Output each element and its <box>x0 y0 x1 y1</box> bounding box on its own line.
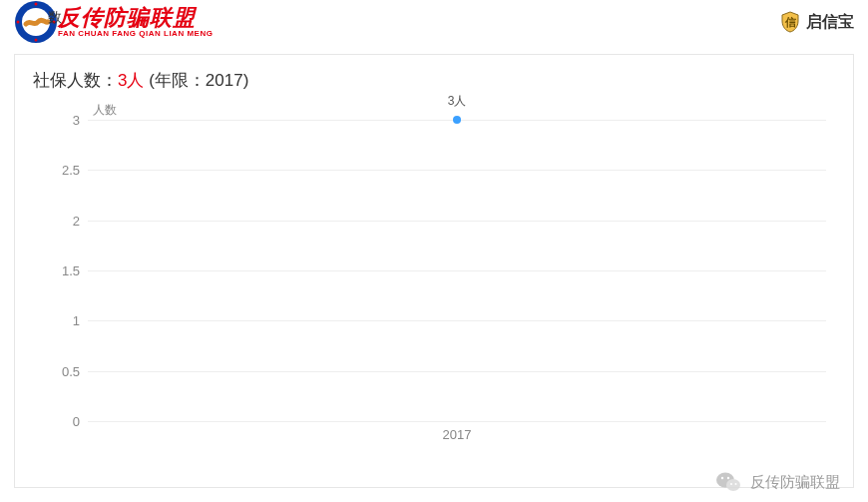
footer-watermark: 反传防骗联盟 <box>714 468 840 496</box>
brand-title: 反传防骗联盟 <box>58 7 213 29</box>
brand-right: 信 启信宝 <box>780 11 854 33</box>
plot-region: 00.511.522.5320173人 <box>88 120 826 421</box>
svg-point-9 <box>721 477 723 479</box>
brand-right-text: 启信宝 <box>806 12 854 33</box>
svg-point-4 <box>17 21 20 24</box>
card-title-suffix: (年限：2017) <box>144 71 248 90</box>
top-header: 数 反传防骗联盟 FAN CHUAN FANG QIAN LIAN MENG 信… <box>0 0 868 44</box>
gridline <box>88 421 826 422</box>
y-tick-label: 2 <box>73 213 80 228</box>
svg-text:信: 信 <box>784 16 796 28</box>
gridline <box>88 170 826 171</box>
footer-text: 反传防骗联盟 <box>750 473 840 492</box>
gridline <box>88 320 826 321</box>
y-axis-label: 人数 <box>93 102 117 119</box>
chart-card: 社保人数：3人 (年限：2017) 人数 00.511.522.5320173人 <box>14 54 854 488</box>
y-tick-label: 3 <box>73 113 80 128</box>
gridline <box>88 371 826 372</box>
shield-icon: 信 <box>780 11 800 33</box>
svg-point-10 <box>727 477 729 479</box>
brand-text: 数 反传防骗联盟 FAN CHUAN FANG QIAN LIAN MENG <box>58 7 213 38</box>
svg-point-11 <box>730 483 732 485</box>
svg-point-8 <box>726 479 740 491</box>
y-tick-label: 0.5 <box>62 363 80 378</box>
y-tick-label: 2.5 <box>62 163 80 178</box>
brand-left: 数 反传防骗联盟 FAN CHUAN FANG QIAN LIAN MENG <box>14 0 213 44</box>
svg-point-2 <box>35 3 38 6</box>
brand-overlap-char: 数 <box>48 10 62 24</box>
card-title: 社保人数：3人 (年限：2017) <box>33 69 835 92</box>
gridline <box>88 221 826 222</box>
chart-area: 人数 00.511.522.5320173人 <box>33 102 835 461</box>
y-tick-label: 0 <box>73 414 80 429</box>
card-title-value: 3人 <box>118 71 144 90</box>
svg-point-12 <box>735 483 737 485</box>
card-title-prefix: 社保人数： <box>33 71 118 90</box>
wechat-icon <box>714 468 742 496</box>
y-tick-label: 1.5 <box>62 263 80 278</box>
data-point-label: 3人 <box>448 93 467 110</box>
svg-point-3 <box>35 39 38 42</box>
brand-subtitle: FAN CHUAN FANG QIAN LIAN MENG <box>58 30 213 37</box>
data-point <box>453 116 461 124</box>
y-tick-label: 1 <box>73 313 80 328</box>
x-tick-label: 2017 <box>443 427 472 442</box>
gridline <box>88 270 826 271</box>
